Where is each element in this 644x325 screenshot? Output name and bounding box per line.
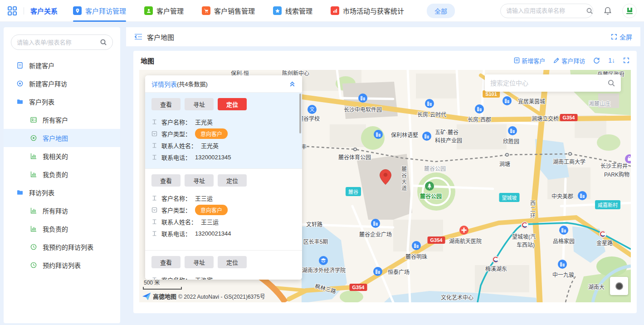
building-poi-icon	[373, 267, 382, 276]
field-name: 客户名称：王洛宾	[151, 274, 296, 280]
fullscreen-button[interactable]: 全屏	[611, 32, 632, 41]
chart-icon	[30, 207, 37, 214]
building-poi-icon	[358, 94, 367, 103]
sidebar-item-4[interactable]: 所有客户	[4, 111, 120, 129]
target-green-icon	[30, 134, 37, 142]
star-badge-icon	[273, 6, 282, 15]
bell-icon[interactable]	[603, 6, 612, 15]
building-poi-icon	[371, 219, 380, 228]
customer-type-badge: 意向客户	[195, 128, 228, 139]
field-label: 客户名称：	[161, 194, 191, 202]
tab-3[interactable]: 客户销售管理	[202, 0, 255, 22]
shopping-poi-icon	[625, 154, 631, 163]
map-fullscreen-button[interactable]	[623, 57, 629, 64]
customer-type-badge: 意向客户	[195, 205, 228, 215]
collapse-panel-icon[interactable]	[289, 80, 296, 87]
sidebar-item-11[interactable]: 我预约的拜访列表	[4, 238, 120, 256]
view-button[interactable]: 查看	[151, 98, 181, 110]
position-button[interactable]: 定位	[218, 174, 247, 187]
sidebar-item-7[interactable]: 我负责的	[4, 165, 120, 183]
station-badge: 麓谷	[346, 187, 361, 196]
map-label: 欣胜园	[503, 137, 519, 145]
sidebar-item-label: 所有客户	[43, 115, 68, 124]
map-label: 文轩路	[306, 220, 322, 228]
field-contact: 联系人姓名：王光英	[151, 139, 296, 151]
sidebar-item-2[interactable]: 新建客户拜访	[4, 74, 120, 93]
seek-address-button[interactable]: 寻址	[185, 98, 214, 110]
refresh-icon	[593, 57, 600, 64]
app-search-input[interactable]	[506, 7, 586, 14]
field-name: 客户名称：王光英	[151, 116, 296, 128]
apps-grid-icon[interactable]	[7, 6, 17, 16]
map-label: 宜居莱茵城	[518, 97, 545, 105]
tab-1[interactable]: 客户拜访管理	[73, 0, 126, 22]
sidebar-search-input[interactable]	[17, 39, 100, 46]
map-label: 品格家园	[553, 237, 575, 245]
view-button[interactable]: 查看	[151, 256, 181, 268]
person-badge-icon	[144, 6, 153, 15]
panel-scrollbar[interactable]	[299, 94, 301, 133]
field-label: 联系电话：	[161, 153, 191, 162]
field-value: 王三运	[195, 194, 213, 202]
svg-text:文: 文	[310, 106, 315, 112]
page-title: 客户地图	[147, 32, 174, 42]
sidebar-item-1[interactable]: 新建客户	[4, 56, 120, 74]
avatar[interactable]	[622, 4, 637, 18]
customer-visit-button[interactable]: 客户拜访	[553, 56, 585, 65]
sidebar-item-label: 客户列表	[29, 97, 54, 106]
field-value: 13200021345	[195, 154, 231, 161]
field-phone: 联系电话：13200021345	[151, 151, 296, 163]
text-field-icon	[151, 143, 157, 148]
locate-control[interactable]	[610, 277, 628, 295]
refresh-button[interactable]	[593, 57, 600, 64]
all-apps-button[interactable]: 全部	[427, 4, 455, 18]
sidebar-item-10[interactable]: 我负责的	[4, 220, 120, 238]
app-search[interactable]	[500, 4, 593, 18]
map-label: 湖南大	[588, 283, 605, 291]
position-button[interactable]: 定位	[218, 256, 247, 268]
tab-label: 客户拜访管理	[85, 6, 126, 15]
sidebar-item-5[interactable]: 客户地图	[4, 129, 120, 147]
map-label: 湖南工商大学	[553, 158, 585, 165]
tab-4[interactable]: 线索管理	[273, 0, 312, 22]
sidebar-item-3[interactable]: 客户列表	[4, 93, 120, 111]
chart-icon	[30, 171, 37, 178]
station-badge: 咸嘉新村	[595, 200, 620, 209]
map-label: 麓谷公园	[420, 192, 442, 200]
map-label: 涧塘	[499, 160, 510, 167]
map-label: 湖南航天医院	[449, 237, 482, 245]
sidebar-item-9[interactable]: 所有拜访	[4, 202, 120, 220]
sidebar-item-6[interactable]: 我相关的	[4, 147, 120, 165]
sidebar-item-8[interactable]: 拜访列表	[4, 183, 120, 202]
sidebar-search[interactable]	[11, 34, 113, 50]
field-phone: 联系电话：13200021344	[151, 227, 296, 239]
map-label: 科技产业园	[435, 136, 462, 144]
seek-address-button[interactable]: 寻址	[185, 174, 214, 187]
tab-5[interactable]: 市场活动与获客统计	[331, 0, 404, 22]
sidebar-item-12[interactable]: 预约拜访列表	[4, 256, 120, 274]
map-card: 地图 新增客户 客户拜访 1↓	[133, 51, 637, 313]
map-pin-marker[interactable]	[380, 169, 392, 185]
detail-panel-body: 查看寻址定位客户名称：王光英客户类型：意向客户联系人姓名：王光英联系电话：132…	[145, 93, 302, 280]
text-field-icon	[151, 277, 157, 280]
add-customer-button[interactable]: 新增客户	[514, 56, 545, 65]
select-field-icon	[151, 207, 157, 213]
map-search-input[interactable]	[490, 79, 607, 87]
map-scale: 500 米	[143, 278, 182, 290]
position-button[interactable]: 定位	[218, 98, 247, 110]
view-button[interactable]: 查看	[151, 174, 181, 187]
avatar-logo-text	[626, 13, 633, 14]
field-type: 客户类型：意向客户	[151, 204, 296, 216]
collapse-sidebar-icon[interactable]	[134, 33, 142, 40]
tab-2[interactable]: 客户管理	[144, 0, 184, 22]
road-label: 西二环	[529, 200, 537, 219]
map-canvas[interactable]: 长沙中电软件园长房·云时代保利林语墅五矿·麓谷科技产业园宜居莱茵城长房·西郡欣胜…	[139, 70, 631, 302]
map-search[interactable]	[485, 74, 621, 92]
clock-icon	[30, 261, 37, 269]
sidebar-item-label: 拜访列表	[29, 188, 54, 197]
seek-address-button[interactable]: 寻址	[185, 256, 214, 268]
field-value: 王光英	[195, 118, 213, 126]
road-badge: G354	[350, 284, 367, 291]
field-type: 客户类型：意向客户	[151, 128, 296, 139]
sort-button[interactable]: 1↓	[608, 57, 615, 64]
